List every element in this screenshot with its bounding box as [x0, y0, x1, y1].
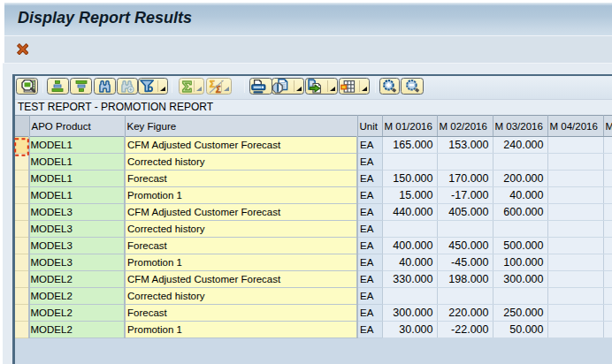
svg-text:Σ: Σ — [210, 80, 215, 89]
